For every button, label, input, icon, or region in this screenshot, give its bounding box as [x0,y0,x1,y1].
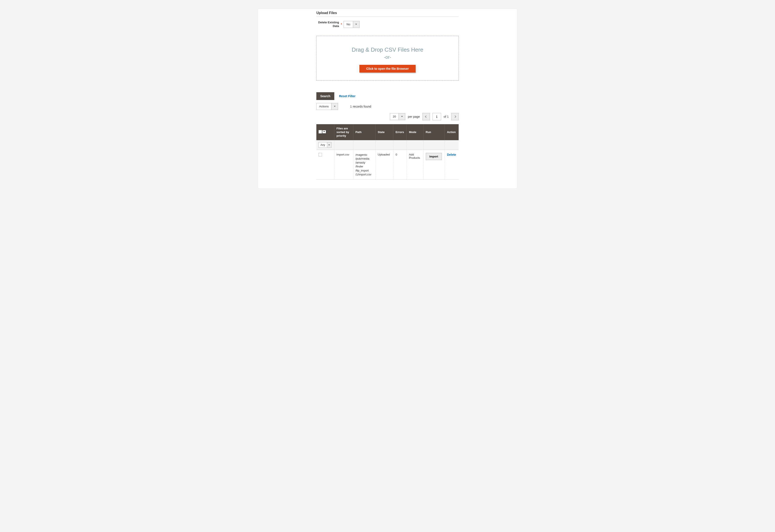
dropzone-title: Drag & Drop CSV Files Here [321,46,454,53]
header-errors[interactable]: Errors [393,124,407,140]
next-page-button[interactable] [451,113,459,120]
delete-existing-data-field: Delete Existing Data * No [316,21,459,28]
open-file-browser-button[interactable]: Click to open the file Browser [359,65,416,73]
header-files[interactable]: Files are sorted by priority [334,124,353,140]
filter-any-select[interactable]: Any [319,142,332,148]
table-row: import.csv /magento /pub/media /amasty /… [316,150,459,179]
search-button[interactable]: Search [316,92,334,100]
per-page-label: per page [408,115,420,118]
delete-existing-data-label: Delete Existing Data [316,21,339,28]
mass-actions-select[interactable]: Actions [316,103,338,110]
select-all-dropdown[interactable] [322,130,326,133]
cell-file: import.csv [334,150,353,179]
cell-path: /magento /pub/media /amasty /finder /ftp… [353,150,375,179]
section-title: Upload Files [316,11,459,17]
row-checkbox[interactable] [319,153,322,156]
header-checkbox[interactable] [316,124,334,140]
per-page-value: 20 [390,113,399,120]
import-button[interactable]: Import [426,153,442,160]
cell-run: Import [423,150,445,179]
chevron-down-icon [399,113,405,120]
delete-link[interactable]: Delete [447,153,456,156]
header-run[interactable]: Run [423,124,445,140]
files-table: Files are sorted by priority Path State … [316,124,459,180]
grid-toolbar: Search Reset Filter [316,92,459,100]
mass-actions-value: Actions [317,103,331,110]
grid-subbar: Actions 1 records found [316,103,459,110]
current-page-input[interactable] [432,113,441,120]
prev-page-button[interactable] [423,113,430,120]
table-header-row: Files are sorted by priority Path State … [316,124,459,140]
chevron-right-icon [454,115,456,118]
upload-files-panel: Upload Files Delete Existing Data * No D… [258,9,517,189]
per-page-select[interactable]: 20 [390,113,405,120]
header-path[interactable]: Path [353,124,375,140]
cell-state: Uploaded [375,150,393,179]
header-action[interactable]: Action [445,124,459,140]
chevron-down-icon [331,103,338,110]
cell-errors: 0 [393,150,407,179]
header-state[interactable]: State [375,124,393,140]
pagination-bar: 20 per page of 1 [316,113,459,120]
table-filter-row: Any [316,140,459,150]
chevron-down-icon [353,21,359,28]
dropzone-or: -or- [321,54,454,60]
chevron-left-icon [425,115,427,118]
required-asterisk: * [341,23,342,26]
cell-action: Delete [445,150,459,179]
reset-filter-link[interactable]: Reset Filter [339,94,356,98]
page-of-label: of 1 [444,115,449,118]
header-mode[interactable]: Mode [407,124,423,140]
select-all-checkbox[interactable] [319,130,322,133]
delete-existing-data-value: No [344,21,353,28]
chevron-down-icon [327,142,331,148]
records-found-label: 1 records found [350,105,371,108]
cell-mode: Add Products [407,150,423,179]
delete-existing-data-select[interactable]: No [344,21,359,28]
file-dropzone[interactable]: Drag & Drop CSV Files Here -or- Click to… [316,36,459,81]
filter-any-value: Any [319,142,327,148]
